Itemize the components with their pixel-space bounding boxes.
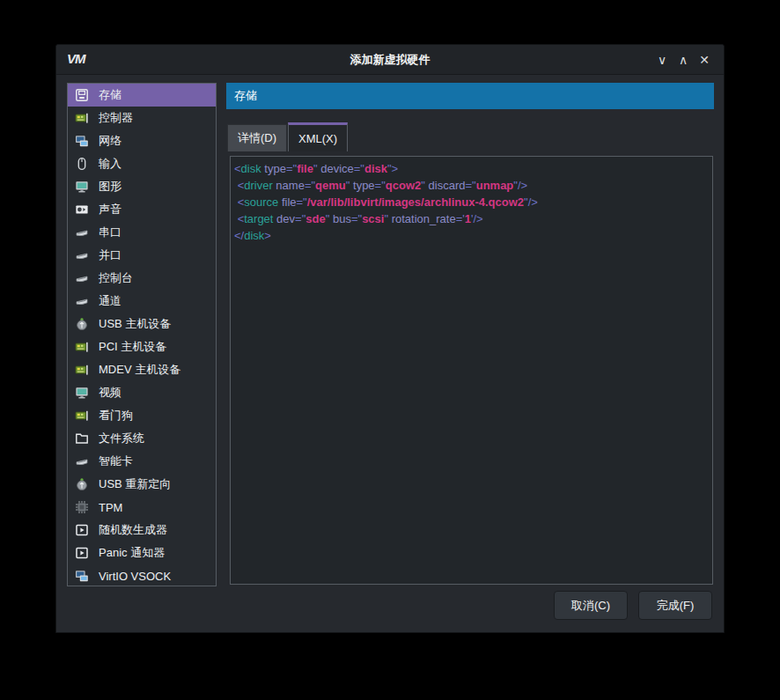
display-icon	[75, 386, 89, 400]
serial-port-icon	[75, 248, 89, 262]
xml-line: <target dev="sde" bus="scsi" rotation_ra…	[234, 210, 712, 227]
display-icon	[75, 180, 89, 194]
xml-line: <source file="/var/lib/libvirt/images/ar…	[234, 194, 712, 210]
media-player-icon	[75, 523, 89, 537]
sidebar-item[interactable]: MDEV 主机设备	[68, 358, 216, 381]
sidebar-item[interactable]: USB 重新定向	[68, 473, 216, 496]
hardware-list[interactable]: 存储控制器网络输入图形声音串口并口控制台通道USB 主机设备PCI 主机设备MD…	[67, 83, 217, 586]
sidebar-item[interactable]: 串口	[68, 221, 216, 244]
disk-drive-icon	[75, 88, 89, 102]
mouse-icon	[75, 157, 89, 171]
xml-line: </disk>	[234, 227, 712, 244]
sidebar-item[interactable]: 输入	[68, 152, 216, 175]
desktop-background: VM 添加新虚拟硬件 ∨∧✕ 存储控制器网络输入图形声音串口并口控制台通道USB…	[0, 0, 780, 700]
sidebar-item[interactable]: 看门狗	[68, 404, 216, 427]
window-controls: ∨∧✕	[651, 45, 715, 75]
sidebar-item-label: USB 主机设备	[99, 316, 171, 332]
speaker-icon	[75, 203, 89, 217]
window-title: 添加新虚拟硬件	[350, 52, 430, 68]
sidebar-item[interactable]: 网络	[68, 129, 216, 152]
sidebar-item-label: 通道	[99, 293, 121, 309]
sidebar-item[interactable]: 并口	[68, 244, 216, 267]
section-header: 存储	[226, 83, 714, 109]
sidebar-item[interactable]: 声音	[68, 198, 216, 221]
tab-bar: 详情(D)XML(X)	[227, 122, 349, 151]
sidebar-item[interactable]: 文件系统	[68, 427, 216, 450]
dialog-footer: 取消(C)完成(F)	[554, 591, 712, 620]
sidebar-item[interactable]: USB 主机设备	[68, 313, 216, 335]
tab-details[interactable]: 详情(D)	[227, 124, 287, 151]
sidebar-item[interactable]: 控制台	[68, 267, 216, 290]
add-hardware-dialog: VM 添加新虚拟硬件 ∨∧✕ 存储控制器网络输入图形声音串口并口控制台通道USB…	[55, 44, 725, 633]
sidebar-item-label: 控制台	[99, 270, 133, 286]
virt-manager-logo-icon: VM	[67, 51, 85, 66]
sidebar-item[interactable]: 智能卡	[68, 450, 216, 473]
sidebar-item-label: 看门狗	[99, 408, 133, 424]
tab-xml[interactable]: XML(X)	[288, 122, 348, 151]
sidebar-item-label: 输入	[99, 156, 121, 172]
sidebar-item[interactable]: VirtIO VSOCK	[68, 564, 216, 586]
sidebar-item-label: PCI 主机设备	[99, 339, 166, 355]
sidebar-item[interactable]: 存储	[68, 84, 216, 107]
folder-icon	[75, 431, 89, 446]
sidebar-item-label: 控制器	[99, 110, 133, 126]
sidebar-item-label: 视频	[99, 385, 121, 401]
sidebar-item-label: 存储	[99, 87, 121, 103]
xml-line: <driver name="qemu" type="qcow2" discard…	[234, 177, 712, 194]
serial-port-icon	[75, 294, 89, 308]
serial-port-icon	[75, 225, 89, 239]
sidebar-item-label: 串口	[99, 225, 121, 240]
serial-port-icon	[75, 454, 89, 468]
sidebar-item-label: VirtIO VSOCK	[99, 570, 171, 583]
pci-card-icon	[75, 409, 89, 423]
titlebar[interactable]: VM 添加新虚拟硬件 ∨∧✕	[56, 45, 724, 75]
sidebar-item[interactable]: 图形	[68, 175, 216, 198]
sidebar-item-label: 随机数生成器	[99, 522, 167, 538]
pci-card-icon	[75, 111, 89, 125]
pci-card-icon	[75, 340, 89, 354]
maximize-button[interactable]: ∧	[673, 49, 694, 70]
cancel-button[interactable]: 取消(C)	[554, 591, 628, 620]
sidebar-item[interactable]: TPM	[68, 496, 216, 519]
sidebar-item-label: 文件系统	[99, 431, 144, 446]
sidebar-item-label: 声音	[99, 202, 121, 217]
sidebar-item[interactable]: 随机数生成器	[68, 519, 216, 542]
usb-icon	[75, 477, 89, 491]
sidebar-item-label: MDEV 主机设备	[99, 362, 180, 378]
sidebar-item-label: 智能卡	[99, 453, 133, 469]
dialog-body: 存储控制器网络输入图形声音串口并口控制台通道USB 主机设备PCI 主机设备MD…	[56, 75, 724, 632]
sidebar-item-label: 并口	[99, 247, 121, 263]
pci-card-icon	[75, 363, 89, 377]
network-icon	[75, 569, 89, 583]
sidebar-item-label: Panic 通知器	[99, 545, 165, 561]
sidebar-item[interactable]: 通道	[68, 290, 216, 313]
sidebar-item-label: 网络	[99, 133, 121, 149]
usb-icon	[75, 317, 89, 331]
sidebar-item[interactable]: PCI 主机设备	[68, 335, 216, 358]
minimize-button[interactable]: ∨	[651, 49, 673, 70]
media-player-icon	[75, 546, 89, 560]
sidebar-item-label: TPM	[99, 501, 122, 514]
xml-editor[interactable]: <disk type="file" device="disk"> <driver…	[230, 156, 713, 585]
chip-icon	[75, 500, 89, 514]
sidebar-item[interactable]: Panic 通知器	[68, 542, 216, 564]
finish-button[interactable]: 完成(F)	[638, 591, 712, 620]
close-button[interactable]: ✕	[694, 49, 715, 70]
section-title: 存储	[234, 88, 257, 104]
sidebar-item-label: USB 重新定向	[99, 476, 171, 492]
network-icon	[75, 134, 89, 148]
sidebar-item-label: 图形	[99, 179, 121, 195]
sidebar-item[interactable]: 视频	[68, 381, 216, 404]
xml-line: <disk type="file" device="disk">	[234, 160, 712, 177]
sidebar-item[interactable]: 控制器	[68, 107, 216, 129]
serial-port-icon	[75, 271, 89, 285]
